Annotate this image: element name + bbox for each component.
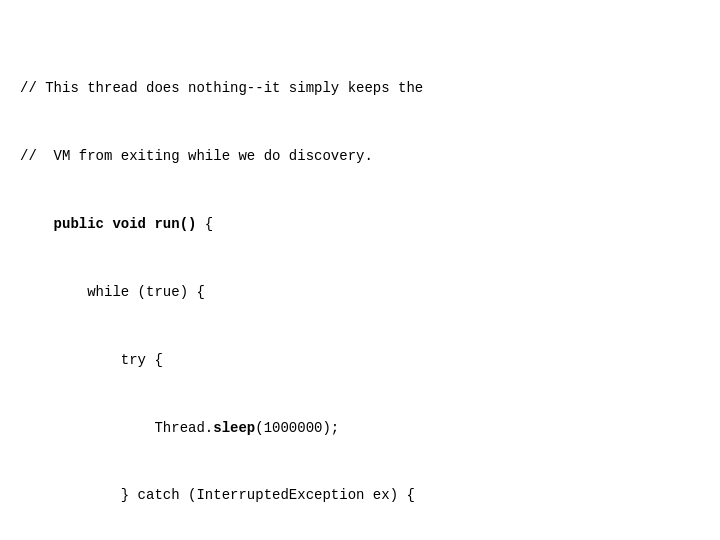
line-3: public void run() { <box>20 213 700 236</box>
line-7: } catch (InterruptedException ex) { <box>20 484 700 507</box>
method-sleep: sleep <box>213 420 255 436</box>
code-block: // This thread does nothing--it simply k… <box>20 10 700 540</box>
line-4: while (true) { <box>20 281 700 304</box>
line-2: // VM from exiting while we do discovery… <box>20 145 700 168</box>
line-6: Thread.sleep(1000000); <box>20 417 700 440</box>
line-1: // This thread does nothing--it simply k… <box>20 77 700 100</box>
keyword-public: public void <box>54 216 155 232</box>
method-run: run() <box>154 216 196 232</box>
line-5: try { <box>20 349 700 372</box>
